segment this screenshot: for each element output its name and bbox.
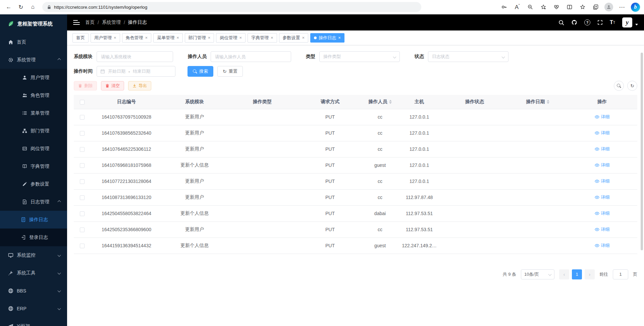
search-button[interactable]: 搜索 [187,66,213,77]
detail-link[interactable]: 详细 [595,226,610,233]
password-key-button[interactable] [498,1,510,13]
header-search-button[interactable] [558,20,564,25]
sidebar-item-erp[interactable]: ERP [0,300,67,317]
sidebar-item-sys-tools[interactable]: 系统工具 [0,264,67,282]
tab-param-settings[interactable]: 参数设置 [279,33,309,43]
page-scrollbar[interactable] [641,53,643,250]
toggle-search-button[interactable] [614,81,624,91]
module-input[interactable] [97,51,173,62]
sidebar-item-user-mgmt[interactable]: 用户管理 [0,69,67,86]
refresh-table-button[interactable]: ↻ [627,81,637,91]
detail-link[interactable]: 详细 [595,146,610,152]
type-select[interactable]: 操作类型 [319,51,400,62]
next-page-button[interactable] [585,269,595,279]
fullscreen-button[interactable] [597,20,603,25]
sidebar-item-menu-mgmt[interactable]: 菜单管理 [0,104,67,122]
browser-back-button[interactable]: ← [3,1,15,13]
close-icon[interactable] [114,36,116,40]
favorites-button[interactable] [577,1,589,13]
url-bar[interactable]: https://ccnetcore.com:1101/system/log/op… [42,2,421,12]
bing-icon[interactable]: b [631,3,640,12]
user-avatar[interactable]: y [622,17,632,27]
breadcrumb-system-mgmt[interactable]: 系统管理 [102,19,121,25]
row-checkbox[interactable] [80,244,85,248]
prev-page-button[interactable] [559,269,569,279]
sidebar-item-yi-framework[interactable]: Yi框架 [0,317,67,326]
sidebar-item-role-mgmt[interactable]: 角色管理 [0,86,67,104]
tab-user-mgmt[interactable]: 用户管理 [91,33,120,43]
zoom-out-button[interactable] [524,1,536,13]
browser-home-button[interactable]: ⌂ [27,1,39,13]
row-checkbox[interactable] [80,131,85,136]
row-checkbox[interactable] [80,195,85,200]
row-checkbox[interactable] [80,115,85,120]
tab-menu-mgmt[interactable]: 菜单管理 [153,33,183,43]
clear-button[interactable]: 清空 [101,81,124,90]
delete-button[interactable]: 删除 [74,81,97,90]
sidebar-item-param-settings[interactable]: 参数设置 [0,175,67,193]
sidebar-item-dict-mgmt[interactable]: 字典管理 [0,157,67,175]
detail-link[interactable]: 详细 [595,243,610,249]
tab-dict-mgmt[interactable]: 字典管理 [248,33,277,43]
tab-post-mgmt[interactable]: 岗位管理 [216,33,246,43]
add-favorite-button[interactable] [537,1,549,13]
status-select[interactable]: 日志状态 [428,51,508,62]
col-date[interactable]: 操作日期 [508,95,567,109]
help-button[interactable]: ? [584,19,590,25]
detail-link[interactable]: 详细 [595,210,610,216]
split-screen-button[interactable] [564,1,576,13]
sort-icon[interactable] [389,100,392,104]
goto-page-input[interactable] [613,269,628,279]
tab-dept-mgmt[interactable]: 部门管理 [185,33,214,43]
sort-icon[interactable] [547,100,549,104]
browser-essentials-button[interactable] [550,1,562,13]
row-checkbox[interactable] [80,179,85,184]
sidebar-item-post-mgmt[interactable]: 岗位管理 [0,140,67,157]
select-all-checkbox[interactable] [80,100,85,105]
operator-input[interactable] [211,51,291,62]
close-icon[interactable] [208,36,211,40]
export-button[interactable]: 导出 [128,81,151,90]
sidebar-item-sys-monitor[interactable]: 系统监控 [0,246,67,264]
tab-oper-log[interactable]: 操作日志 [310,33,344,43]
close-icon[interactable] [239,36,242,40]
row-checkbox[interactable] [80,211,85,216]
sidebar-item-bbs[interactable]: BBS [0,282,67,300]
page-number-button[interactable]: 1 [572,269,582,279]
sidebar-item-system-mgmt[interactable]: 系统管理 [0,51,67,69]
sidebar-item-dept-mgmt[interactable]: 部门管理 [0,122,67,140]
tab-home[interactable]: 首页 [72,33,89,43]
read-aloud-button[interactable]: A˜ [511,1,523,13]
detail-link[interactable]: 详细 [595,130,610,136]
tab-role-mgmt[interactable]: 角色管理 [122,33,152,43]
close-icon[interactable] [338,36,341,40]
detail-link[interactable]: 详细 [595,178,610,184]
detail-link[interactable]: 详细 [595,194,610,200]
close-icon[interactable] [302,36,305,40]
github-button[interactable] [571,19,577,25]
collections-button[interactable] [590,1,602,13]
sidebar-item-oper-log[interactable]: 操作日志 [0,211,67,229]
font-size-button[interactable]: TT [610,19,615,25]
detail-link[interactable]: 详细 [595,162,610,168]
col-operator[interactable]: 操作人员 [362,95,398,109]
breadcrumb-home[interactable]: 首页 [85,19,95,25]
sidebar-toggle-button[interactable] [73,20,80,25]
close-icon[interactable] [176,36,179,40]
sidebar-item-login-log[interactable]: 登录日志 [0,229,67,246]
close-icon[interactable] [145,36,148,40]
row-checkbox[interactable] [80,147,85,152]
date-range-picker[interactable]: 开始日期 - 结束日期 [97,66,175,77]
caret-down-icon[interactable] [635,24,638,25]
row-checkbox[interactable] [80,227,85,232]
browser-more-button[interactable]: ⋯ [616,1,628,13]
browser-reload-button[interactable]: ↻ [15,1,27,13]
sidebar-item-log-mgmt[interactable]: 日志管理 [0,193,67,211]
row-checkbox[interactable] [80,163,85,168]
close-icon[interactable] [271,36,273,40]
page-size-select[interactable]: 10条/页 [521,269,554,279]
reset-button[interactable]: ↻ 重置 [217,66,243,77]
sidebar-item-home[interactable]: 首页 [0,33,67,51]
browser-profile-button[interactable] [603,1,615,13]
detail-link[interactable]: 详细 [595,114,610,120]
